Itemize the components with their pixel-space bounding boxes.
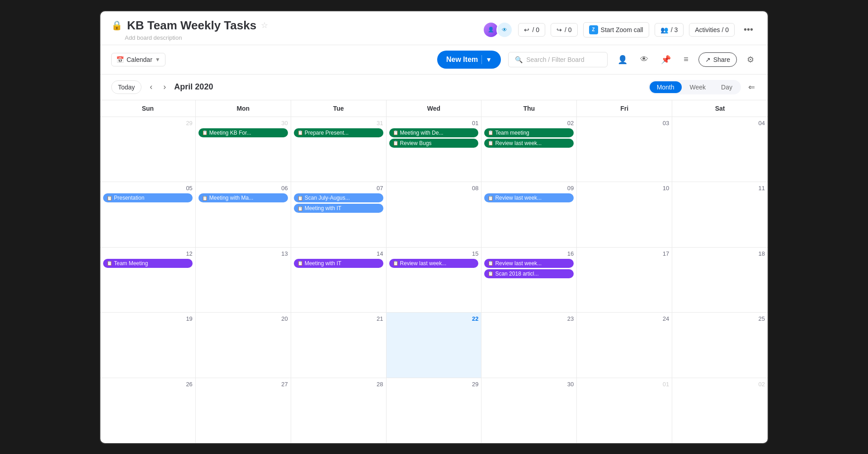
- day-number: 12: [103, 250, 193, 257]
- redo-button[interactable]: ↪ / 0: [551, 23, 578, 37]
- day-number: 24: [580, 315, 669, 322]
- cal-cell-w2-d2[interactable]: 14📋Meeting with IT: [291, 248, 387, 313]
- calendar-event[interactable]: 📋Review last week...: [484, 139, 574, 148]
- day-header-thu: Thu: [481, 100, 577, 117]
- cal-cell-w1-d3[interactable]: 08: [387, 182, 482, 247]
- cal-cell-w0-d5[interactable]: 03: [577, 117, 672, 182]
- person-filter-button[interactable]: 👤: [615, 52, 630, 67]
- cal-cell-w4-d1[interactable]: 27: [196, 378, 291, 443]
- cal-cell-w2-d3[interactable]: 15📋Review last week...: [387, 248, 482, 313]
- calendar-view-selector[interactable]: 📅 Calendar ▼: [111, 53, 165, 66]
- undo-button[interactable]: ↩ / 0: [518, 23, 545, 37]
- hide-button[interactable]: 👁: [637, 52, 651, 67]
- pin-button[interactable]: 📌: [658, 52, 674, 67]
- calendar-header-row: Sun Mon Tue Wed Thu Fri Sat: [100, 100, 768, 117]
- collapse-button[interactable]: ⇐: [746, 80, 757, 94]
- day-number: 10: [580, 185, 669, 192]
- board-description[interactable]: Add board description: [125, 34, 268, 41]
- settings-button[interactable]: ⚙: [744, 52, 757, 67]
- event-label: Meeting with De...: [400, 130, 443, 136]
- redo-icon: ↪: [557, 26, 562, 33]
- calendar-event[interactable]: 📋Meeting with De...: [389, 128, 479, 137]
- cal-cell-w0-d6[interactable]: 04: [672, 117, 768, 182]
- cal-cell-w3-d4[interactable]: 23: [481, 313, 577, 378]
- calendar-event[interactable]: 📋Prepare Present...: [294, 128, 383, 137]
- day-number: 23: [484, 315, 574, 322]
- cal-cell-w2-d6[interactable]: 18: [672, 248, 768, 313]
- cal-cell-w4-d4[interactable]: 30: [481, 378, 577, 443]
- header-right: 👤 👁 ↩ / 0 ↪ / 0 Z Start Zoom call 👥 / 3: [483, 22, 757, 38]
- cal-cell-w3-d0[interactable]: 19: [100, 313, 196, 378]
- cal-cell-w4-d2[interactable]: 28: [291, 378, 387, 443]
- tab-month[interactable]: Month: [650, 81, 682, 93]
- cal-cell-w0-d4[interactable]: 02📋Team meeting📋Review last week...: [481, 117, 577, 182]
- calendar-event[interactable]: 📋Presentation: [103, 193, 193, 202]
- day-number: 08: [389, 185, 479, 192]
- event-icon: 📋: [393, 140, 398, 145]
- calendar-event[interactable]: 📋Team meeting: [484, 128, 574, 137]
- cal-cell-w4-d3[interactable]: 29: [387, 378, 482, 443]
- calendar-event[interactable]: 📋Meeting with IT: [294, 204, 383, 213]
- filter-button[interactable]: ≡: [681, 52, 691, 67]
- calendar-event[interactable]: 📋Meeting with IT: [294, 259, 383, 268]
- cal-cell-w3-d1[interactable]: 20: [196, 313, 291, 378]
- cal-cell-w2-d4[interactable]: 16📋Review last week...📋Scan 2018 articl.…: [481, 248, 577, 313]
- event-label: Review last week...: [495, 260, 542, 267]
- cal-cell-w2-d0[interactable]: 12📋Team Meeting: [100, 248, 196, 313]
- activities-button[interactable]: Activities / 0: [689, 23, 735, 37]
- week-row-1: 05📋Presentation06📋Meeting with Ma...07📋S…: [100, 182, 768, 248]
- tab-week[interactable]: Week: [683, 81, 713, 93]
- cal-cell-w0-d3[interactable]: 01📋Meeting with De...📋Review Bugs: [387, 117, 482, 182]
- calendar-event[interactable]: 📋Review last week...: [389, 259, 479, 268]
- cal-cell-w3-d2[interactable]: 21: [291, 313, 387, 378]
- calendar-event[interactable]: 📋Review Bugs: [389, 139, 479, 148]
- cal-cell-w4-d0[interactable]: 26: [100, 378, 196, 443]
- tab-day[interactable]: Day: [714, 81, 740, 93]
- cal-cell-w4-d5[interactable]: 01: [577, 378, 672, 443]
- cal-cell-w1-d0[interactable]: 05📋Presentation: [100, 182, 196, 247]
- week-row-4: 26272829300102: [100, 378, 768, 443]
- cal-cell-w1-d4[interactable]: 09📋Review last week...: [481, 182, 577, 247]
- calendar-event[interactable]: 📋Meeting KB For...: [198, 128, 288, 137]
- next-month-button[interactable]: ›: [160, 80, 169, 94]
- cal-cell-w2-d5[interactable]: 17: [577, 248, 672, 313]
- start-zoom-button[interactable]: Z Start Zoom call: [583, 22, 649, 37]
- more-options-button[interactable]: •••: [740, 23, 757, 37]
- share-button[interactable]: ↗ Share: [698, 52, 737, 67]
- search-box[interactable]: 🔍 Search / Filter Board: [508, 52, 608, 67]
- cal-cell-w0-d2[interactable]: 31📋Prepare Present...: [291, 117, 387, 182]
- day-header-mon: Mon: [196, 100, 291, 117]
- calendar-event[interactable]: 📋Scan July-Augus...: [294, 193, 383, 202]
- cal-cell-w1-d5[interactable]: 10: [577, 182, 672, 247]
- toolbar: 📅 Calendar ▼ New Item ▼ 🔍 Search / Filte…: [100, 45, 768, 75]
- cal-cell-w0-d0[interactable]: 29: [100, 117, 196, 182]
- cal-cell-w4-d6[interactable]: 02: [672, 378, 768, 443]
- calendar-event[interactable]: 📋Review last week...: [484, 193, 574, 202]
- people-button[interactable]: 👥 / 3: [655, 23, 684, 37]
- cal-cell-w2-d1[interactable]: 13: [196, 248, 291, 313]
- cal-cell-w3-d5[interactable]: 24: [577, 313, 672, 378]
- event-icon: 📋: [488, 140, 493, 145]
- calendar-event[interactable]: 📋Scan 2018 articl...: [484, 269, 574, 278]
- cal-cell-w0-d1[interactable]: 30📋Meeting KB For...: [196, 117, 291, 182]
- day-number: 02: [675, 381, 765, 388]
- prev-month-button[interactable]: ‹: [147, 80, 155, 94]
- calendar-event[interactable]: 📋Meeting with Ma...: [198, 193, 288, 202]
- today-button[interactable]: Today: [111, 80, 142, 94]
- event-icon: 📋: [488, 130, 493, 135]
- cal-cell-w1-d1[interactable]: 06📋Meeting with Ma...: [196, 182, 291, 247]
- day-number: 30: [198, 120, 288, 126]
- cal-cell-w3-d6[interactable]: 25: [672, 313, 768, 378]
- avatar-overlap[interactable]: 👁: [496, 22, 513, 38]
- calendar-event[interactable]: 📋Review last week...: [484, 259, 574, 268]
- cal-cell-w1-d2[interactable]: 07📋Scan July-Augus...📋Meeting with IT: [291, 182, 387, 247]
- calendar-event[interactable]: 📋Team Meeting: [103, 259, 193, 268]
- day-number: 16: [484, 250, 574, 257]
- cal-cell-w1-d6[interactable]: 11: [672, 182, 768, 247]
- day-number: 05: [103, 185, 193, 192]
- day-header-fri: Fri: [577, 100, 672, 117]
- new-item-button[interactable]: New Item ▼: [437, 51, 501, 69]
- star-icon[interactable]: ☆: [261, 20, 268, 30]
- event-icon: 📋: [297, 261, 303, 266]
- cal-cell-w3-d3[interactable]: 22: [387, 313, 482, 378]
